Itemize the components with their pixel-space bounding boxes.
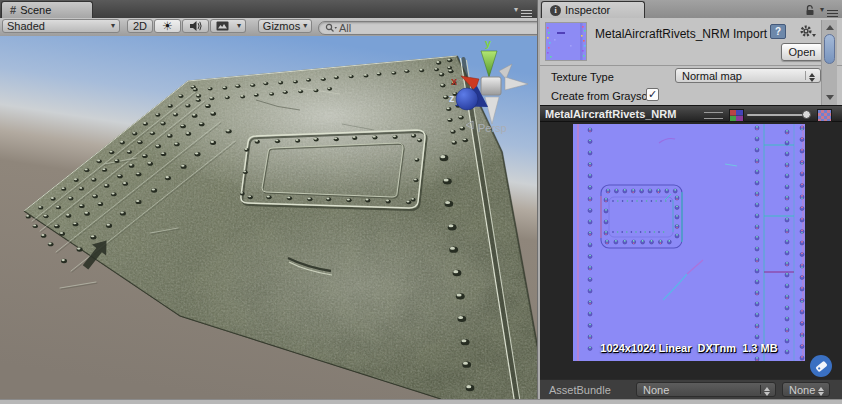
preview-drag-handle-icon[interactable] (704, 112, 723, 119)
scene-panel: # Scene ▾ Shaded ▾ 2D ☀ (0, 0, 537, 399)
gizmo-y-label: y (485, 37, 492, 49)
scene-tab-label: Scene (20, 4, 51, 16)
chevron-down-icon: ▾ (111, 22, 115, 30)
asset-bundle-variant-dropdown[interactable]: None (782, 382, 830, 397)
search-icon (325, 23, 337, 33)
chevron-down-icon: ▾ (303, 22, 307, 30)
panel-caret-icon: ▾ (514, 6, 518, 14)
help-icon[interactable]: ? (770, 24, 786, 39)
texture-type-label: Texture Type (551, 71, 614, 83)
gizmo-center-cube[interactable] (481, 77, 501, 95)
tag-icon (815, 360, 828, 373)
speaker-icon (189, 20, 202, 32)
audio-toggle-button[interactable] (182, 19, 209, 33)
normal-map-image (573, 124, 805, 361)
updown-arrows-icon (818, 386, 825, 397)
toggle-2d-button[interactable]: 2D (127, 19, 153, 33)
scroll-down-icon[interactable] (826, 95, 834, 100)
scene-3d-render: y x z Persp (0, 36, 537, 399)
gizmo-z-axis-cone[interactable] (456, 88, 478, 110)
slider-knob[interactable] (802, 110, 811, 119)
asset-thumbnail (546, 23, 586, 60)
create-from-grayscale-checkbox[interactable]: ✓ (646, 88, 659, 101)
2d-label: 2D (133, 20, 147, 32)
image-icon (216, 21, 229, 31)
asset-bundle-value: None (643, 384, 669, 396)
tab-inspector[interactable]: i Inspector (541, 1, 645, 18)
info-icon: i (550, 5, 561, 16)
sun-icon: ☀ (162, 19, 173, 33)
search-value: All (339, 22, 351, 34)
scene-toolbar: Shaded ▾ 2D ☀ ▾ (0, 18, 537, 37)
panel-menu-icon (521, 10, 532, 11)
scroll-up-icon[interactable] (826, 25, 834, 30)
shading-mode-label: Shaded (7, 20, 108, 32)
effects-toggle-button[interactable] (210, 19, 234, 33)
texture-info-label: 1024x1024 Linear DXTnm 1.3 MB (573, 342, 805, 354)
mip-level-slider[interactable] (747, 114, 811, 116)
dropdown-divider (805, 71, 806, 80)
scene-tabstrip: # Scene ▾ (0, 0, 537, 19)
unity-editor-window: # Scene ▾ Shaded ▾ 2D ☀ (0, 0, 842, 404)
projection-label[interactable]: Persp (478, 122, 507, 134)
updown-arrows-icon (809, 72, 816, 83)
normal-map-preview: 1024x1024 Linear DXTnm 1.3 MB (573, 124, 805, 361)
shading-mode-dropdown[interactable]: Shaded ▾ (2, 19, 120, 33)
lock-icon[interactable] (804, 4, 816, 16)
gizmo-z-label: z (449, 92, 455, 104)
tab-scene[interactable]: # Scene (1, 1, 93, 18)
gizmos-label: Gizmos (263, 20, 300, 32)
scene-panel-menu[interactable]: ▾ (514, 6, 532, 14)
gizmo-x-label: x (451, 75, 458, 87)
inspector-tabstrip: i Inspector ▾ (540, 0, 842, 19)
dropdown-divider (760, 385, 761, 394)
preview-title: MetalAircraftRivets_NRM (545, 108, 702, 120)
window-bottom-edge (0, 399, 842, 404)
asset-bundle-dropdown[interactable]: None (636, 382, 776, 397)
scene-search-input[interactable]: All (318, 21, 545, 35)
lighting-toggle-button[interactable]: ☀ (154, 19, 181, 33)
scene-grid-icon: # (10, 4, 16, 16)
create-from-grayscale-label: Create from Grayscale (551, 90, 646, 102)
chevron-down-icon: ▾ (237, 22, 241, 30)
alpha-channel-icon[interactable] (817, 109, 832, 122)
asset-labels-button[interactable] (810, 355, 832, 377)
scene-viewport[interactable]: y x z Persp (0, 36, 537, 399)
gear-icon[interactable] (799, 24, 817, 38)
open-button[interactable]: Open (781, 43, 823, 61)
preview-header[interactable]: MetalAircraftRivets_NRM (540, 105, 842, 122)
inspector-tab-label: Inspector (565, 4, 610, 16)
updown-arrows-icon (764, 386, 771, 397)
asset-bundle-bar: AssetBundle None None (540, 379, 842, 399)
inspector-panel-menu[interactable]: ▾ (820, 6, 838, 14)
scrollbar-thumb[interactable] (824, 34, 835, 64)
panel-menu-icon (827, 10, 838, 11)
texture-type-value: Normal map (682, 70, 742, 82)
asset-bundle-label: AssetBundle (549, 384, 611, 396)
gizmos-dropdown[interactable]: Gizmos ▾ (258, 19, 312, 33)
panel-caret-icon: ▾ (820, 6, 824, 14)
asset-bundle-variant-value: None (789, 384, 815, 396)
rgb-channels-icon[interactable] (729, 109, 744, 122)
effects-dropdown[interactable]: ▾ (233, 19, 246, 33)
inspector-scrollbar[interactable] (821, 20, 837, 105)
asset-title: MetalAircraftRivets_NRM Import Settings (595, 27, 769, 42)
inspector-panel: i Inspector ▾ MetalAircraftRivets_NRM Im… (540, 0, 842, 399)
texture-type-dropdown[interactable]: Normal map (675, 68, 821, 83)
texture-preview-area: 1024x1024 Linear DXTnm 1.3 MB (540, 122, 842, 379)
